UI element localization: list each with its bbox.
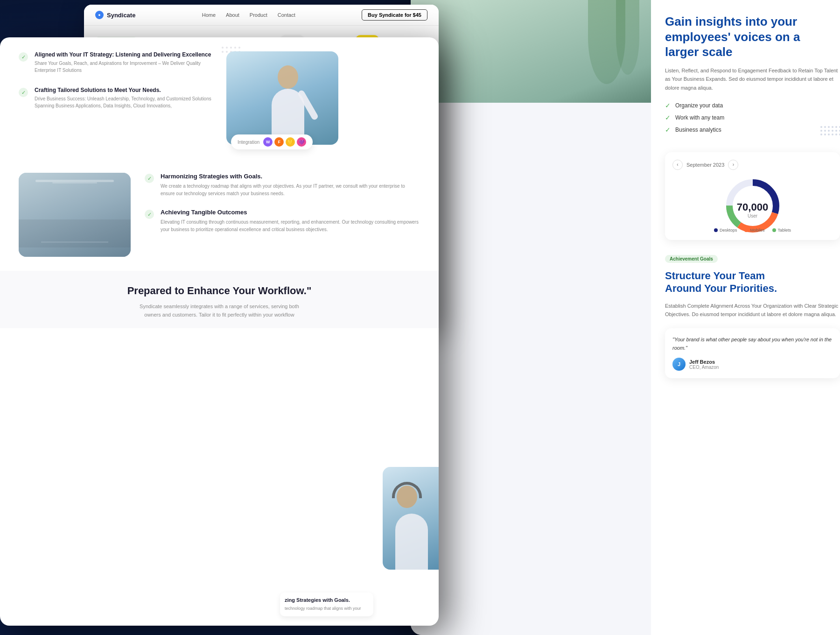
int-icon-emoji: 💛 — [286, 137, 295, 147]
mid-logo-icon: ● — [95, 11, 104, 19]
chart-nav[interactable]: ‹ September 2023 › — [672, 160, 738, 170]
achievement-badge: Achievement Goals — [665, 255, 718, 263]
quote-text: "Your brand is what other people say abo… — [672, 336, 833, 352]
quote-card: "Your brand is what other people say abo… — [665, 328, 840, 378]
chart-prev-btn[interactable]: ‹ — [672, 160, 683, 170]
feature-title-2: Crafting Tailored Solutions to Meet Your… — [35, 87, 212, 93]
check-icon-1: ✓ — [665, 102, 671, 109]
quote-avatar: J — [672, 358, 686, 371]
legend-dot-mobiles — [744, 228, 748, 232]
check-icon-3: ✓ — [665, 126, 671, 134]
lower-feature-1: ✓ Harmonizing Strategies with Goals. We … — [145, 173, 420, 198]
donut-value: 70,000 — [737, 201, 768, 213]
right-panel-section1: Gain insights into your employees' voice… — [665, 14, 840, 134]
chart-next-btn[interactable]: › — [728, 160, 738, 170]
feature-desc-1: Share Your Goals, Reach, and Aspirations… — [35, 60, 212, 74]
feature-check-2: ✓ — [19, 88, 28, 97]
harmonizing-bottom: zing Strategies with Goals. technology r… — [280, 593, 373, 617]
harmonizing-title: zing Strategies with Goals. — [285, 597, 369, 603]
chart-legend: Desktops Mobiles Tablets — [672, 228, 833, 233]
rp-check-1: ✓ Organize your data — [665, 102, 840, 109]
mid-nav: ● Syndicate Home About Product Contact B… — [84, 5, 439, 26]
lower-feature-title-1: Harmonizing Strategies with Goals. — [161, 173, 420, 180]
lower-feature-desc-2: Elevating IT consulting through continuo… — [161, 219, 420, 233]
rp-check-3: ✓ Business analytics — [665, 126, 840, 134]
int-icon-f: F — [274, 137, 284, 147]
mid-nav-links: Home About Product Contact — [202, 12, 295, 18]
lower-check-2: ✓ — [145, 210, 154, 219]
bottom-cta: Prepared to Enhance Your Workflow." Synd… — [0, 271, 439, 328]
legend-desktops: Desktops — [714, 228, 737, 233]
lower-feature-title-2: Achieving Tangible Outcomes — [161, 209, 420, 216]
donut-unit: User — [737, 213, 768, 219]
lower-feature-2: ✓ Achieving Tangible Outcomes Elevating … — [145, 209, 420, 233]
donut-chart: 70,000 User — [672, 176, 833, 223]
int-icon-heart: 💜 — [297, 137, 306, 147]
rp-sub-title: Structure Your Team Around Your Prioriti… — [665, 269, 840, 295]
bottom-cta-title: Prepared to Enhance Your Workflow." — [19, 285, 420, 297]
legend-mobiles: Mobiles — [744, 228, 764, 233]
integration-icons: W F 💛 💜 — [263, 137, 306, 147]
mid-logo: ● Syndicate — [95, 11, 135, 19]
office-photo — [19, 173, 131, 257]
chart-header: ‹ September 2023 › — [672, 160, 833, 170]
right-panel-section2: Achievement Goals Structure Your Team Ar… — [665, 254, 840, 379]
integration-bar: Integration W F 💛 💜 — [231, 134, 313, 149]
rp-checks: ✓ Organize your data ✓ Work with any tea… — [665, 102, 840, 134]
bottom-cta-desc: Syndicate seamlessly integrates with a r… — [138, 303, 301, 319]
feature-title-1: Aligned with Your IT Strategy: Listening… — [35, 51, 212, 58]
person-photo — [226, 51, 338, 145]
feature-desc-2: Drive Business Success: Unleash Leadersh… — [35, 95, 212, 109]
lower-check-1: ✓ — [145, 174, 154, 183]
chart-card: ‹ September 2023 › — [665, 152, 840, 240]
check-icon-2: ✓ — [665, 114, 671, 121]
rp-sub-desc: Establish Complete Alignment Across Your… — [665, 302, 840, 319]
back-tablet: Gain insights into your employees' voice… — [411, 0, 840, 635]
rp-check-2: ✓ Work with any team — [665, 114, 840, 121]
chart-month: September 2023 — [686, 162, 724, 168]
int-icon-w: W — [263, 137, 273, 147]
features-left: ✓ Aligned with Your IT Strategy: Listeni… — [19, 51, 212, 145]
lower-section: ✓ Harmonizing Strategies with Goals. We … — [0, 159, 439, 271]
legend-tablets: Tablets — [772, 228, 791, 233]
front-tablet: ✓ Aligned with Your IT Strategy: Listeni… — [0, 37, 439, 626]
quote-author-name: Jeff Bezos — [689, 359, 719, 365]
feature-item-2: ✓ Crafting Tailored Solutions to Meet Yo… — [19, 87, 212, 109]
mid-nav-cta-btn[interactable]: Buy Syndicate for $45 — [362, 9, 427, 21]
feature-item-1: ✓ Aligned with Your IT Strategy: Listeni… — [19, 51, 212, 74]
feature-check-1: ✓ — [19, 52, 28, 62]
section-features: ✓ Aligned with Your IT Strategy: Listeni… — [0, 37, 439, 159]
front-content: ✓ Aligned with Your IT Strategy: Listeni… — [0, 37, 439, 626]
harmonizing-desc: technology roadmap that aligns with your — [285, 606, 369, 612]
legend-dot-desktops — [714, 228, 718, 232]
rp-desc: Listen, Reflect, and Respond to Engageme… — [665, 66, 840, 92]
legend-dot-tablets — [772, 228, 776, 232]
features-right: Integration W F 💛 💜 — [226, 51, 420, 145]
rp-main-title: Gain insights into your employees' voice… — [665, 14, 840, 60]
lower-feature-desc-1: We create a technology roadmap that alig… — [161, 183, 420, 198]
person-headphones-photo — [383, 467, 439, 570]
lower-features: ✓ Harmonizing Strategies with Goals. We … — [145, 173, 420, 257]
quote-author-title: CEO, Amazon — [689, 365, 719, 370]
quote-author: J Jeff Bezos CEO, Amazon — [672, 358, 833, 371]
